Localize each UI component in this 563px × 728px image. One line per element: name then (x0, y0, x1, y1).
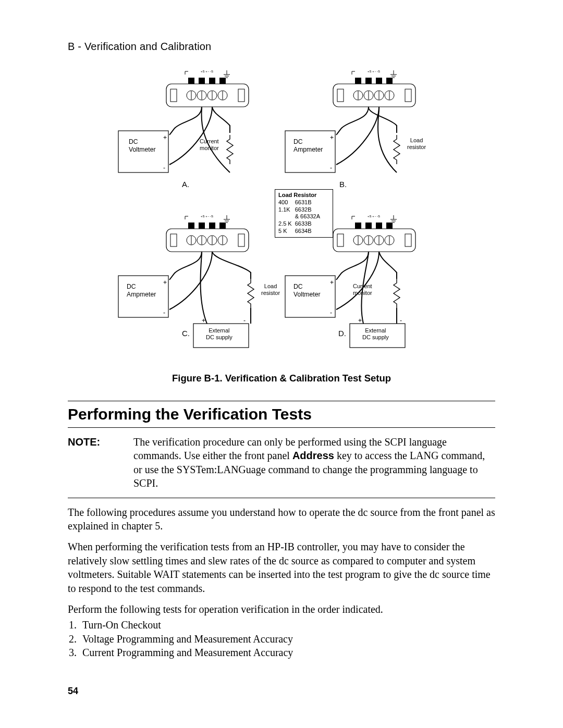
minus-d: - (330, 309, 332, 317)
meter-d-label: DC Voltmeter (293, 283, 320, 299)
plus-c: + (163, 279, 167, 287)
verification-test-list: Turn-On Checkout Voltage Programming and… (68, 618, 495, 659)
rule-mid (68, 427, 495, 428)
section-a-letter: A. (182, 180, 189, 189)
page-header: B - Verification and Calibration (68, 41, 495, 53)
note-label: NOTE: (68, 435, 133, 490)
load-resistor-b: Load resistor (407, 137, 426, 151)
external-dc-c: External DC supply (206, 327, 232, 341)
paragraph-1: The following procedures assume you unde… (68, 505, 495, 533)
plus-b: + (330, 134, 334, 142)
meter-c-label: DC Ampmeter (127, 283, 156, 299)
figure-caption: Figure B-1. Verification & Calibration T… (68, 373, 495, 384)
list-item: Turn-On Checkout (79, 618, 495, 632)
minus-ds: - (400, 317, 402, 325)
section-b-letter: B. (339, 180, 347, 189)
external-dc-d: External DC supply (362, 327, 389, 341)
load-resistor-c: Load resistor (261, 283, 280, 297)
plus-ds: + (358, 317, 362, 325)
current-monitor-d: Current monitor (353, 283, 372, 297)
plus-a: + (163, 134, 167, 142)
meter-a-label: DC Voltmeter (129, 138, 155, 154)
page: B - Verification and Calibration (0, 0, 563, 728)
meter-b-label: DC Ampmeter (293, 138, 323, 154)
section-d-letter: D. (338, 329, 346, 338)
paragraph-3: Perform the following tests for operatio… (68, 602, 495, 616)
plus-d: + (330, 279, 334, 287)
section-c-letter: C. (182, 329, 190, 338)
note-bold: Address (292, 450, 334, 461)
rule-bottom (68, 498, 495, 498)
load-resistor-box-title: Load Resistor (278, 192, 329, 199)
paragraph-2: When performing the verification tests f… (68, 540, 495, 595)
minus-a: - (163, 164, 165, 172)
note-text: The verification procedure can only be p… (133, 435, 494, 490)
minus-cs: - (243, 317, 246, 325)
verification-setup-figure: +S + - -S (109, 68, 454, 358)
minus-c: - (163, 309, 165, 317)
plus-cs: + (202, 317, 205, 325)
minus-b: - (330, 164, 332, 172)
section-heading: Performing the Verification Tests (68, 405, 495, 423)
current-monitor-a: Current monitor (200, 138, 219, 152)
list-item: Current Programming and Measurement Accu… (79, 646, 495, 659)
list-item: Voltage Programming and Measurement Accu… (79, 632, 495, 646)
load-resistor-lookup-box: Load Resistor 4006631B 1.1K6632B & 66332… (275, 189, 333, 238)
load-resistor-table: 4006631B 1.1K6632B & 66332A 2.5 K6633B 5… (278, 199, 323, 235)
page-number: 54 (68, 686, 78, 697)
rule-top (68, 401, 495, 401)
note-block: NOTE: The verification procedure can onl… (68, 435, 495, 490)
